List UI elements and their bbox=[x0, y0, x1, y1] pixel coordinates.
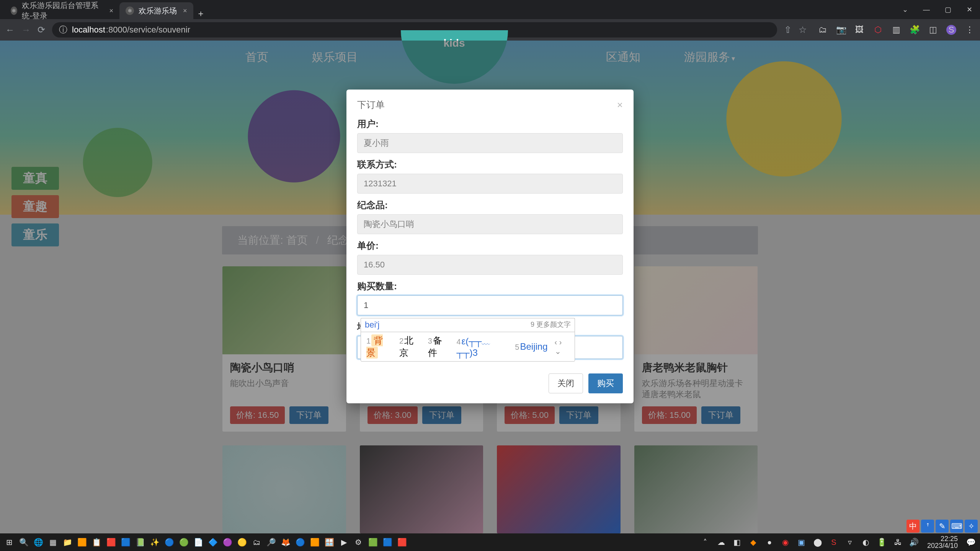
side-panel-icon[interactable]: ◫ bbox=[928, 25, 938, 35]
close-window-button[interactable]: ✕ bbox=[959, 5, 980, 14]
user-field bbox=[357, 133, 623, 153]
site-info-icon[interactable]: ⓘ bbox=[59, 24, 67, 36]
taskbar-app-icon[interactable]: 🟥 bbox=[396, 536, 408, 548]
ime-candidate[interactable]: 2北京 bbox=[399, 334, 421, 359]
taskbar-app-icon[interactable]: ✨ bbox=[149, 536, 161, 548]
ime-mode-icon[interactable]: ꜛ bbox=[921, 520, 934, 533]
taskbar-app-icon[interactable]: 🟥 bbox=[105, 536, 117, 548]
taskbar-app-icon[interactable]: 📋 bbox=[90, 536, 103, 548]
kebab-menu-icon[interactable]: ⋮ bbox=[965, 25, 975, 35]
close-icon[interactable]: × bbox=[617, 99, 623, 111]
maximize-button[interactable]: ▢ bbox=[937, 5, 959, 14]
quantity-input[interactable] bbox=[357, 295, 623, 315]
url-host: localhost bbox=[72, 25, 105, 35]
taskbar-app-icon[interactable]: 🔍 bbox=[18, 536, 30, 548]
tray-icon[interactable]: ◆ bbox=[747, 536, 760, 548]
tray-icon[interactable]: ▿ bbox=[844, 536, 856, 548]
tray-icon[interactable]: ▣ bbox=[795, 536, 808, 548]
taskbar-app-icon[interactable]: 🔵 bbox=[163, 536, 175, 548]
user-label: 用户: bbox=[357, 118, 623, 130]
item-field bbox=[357, 214, 623, 234]
extension-icon[interactable]: 🗂 bbox=[818, 25, 828, 35]
chevron-down-icon[interactable]: ⌄ bbox=[894, 5, 916, 14]
ime-keyboard-icon[interactable]: ⌨ bbox=[950, 520, 963, 533]
browser-titlebar: ⚛ 欢乐游乐园后台管理系统-登录 × ⚛ 欢乐游乐场 × + ⌄ — ▢ ✕ bbox=[0, 0, 980, 19]
ime-indicator[interactable]: 中 ꜛ ✎ ⌨ ✧ bbox=[906, 520, 978, 533]
taskbar-app-icon[interactable]: 🟩 bbox=[367, 536, 379, 548]
taskbar-app-icon[interactable]: 🟧 bbox=[76, 536, 88, 548]
ime-candidate[interactable]: 5Beijing bbox=[515, 341, 547, 352]
extension-icon[interactable]: 📷 bbox=[836, 25, 846, 35]
extension-icon[interactable]: 🖼 bbox=[854, 25, 864, 35]
ime-tool-icon[interactable]: ✧ bbox=[965, 520, 978, 533]
tray-icon[interactable]: 🔋 bbox=[876, 536, 888, 548]
taskbar-app-icon[interactable]: 🟢 bbox=[178, 536, 190, 548]
tray-icon[interactable]: ˄ bbox=[699, 536, 711, 548]
taskbar-app-icon[interactable]: 📄 bbox=[192, 536, 204, 548]
taskbar-app-icon[interactable]: 📗 bbox=[134, 536, 146, 548]
tray-icon[interactable]: ◧ bbox=[731, 536, 743, 548]
taskbar-app-icon[interactable]: 🟦 bbox=[381, 536, 394, 548]
tab-title: 欢乐游乐场 bbox=[139, 6, 177, 16]
reload-button[interactable]: ⟳ bbox=[38, 24, 45, 35]
ime-skin-icon[interactable]: ✎ bbox=[936, 520, 949, 533]
tray-icon[interactable]: ⬤ bbox=[812, 536, 824, 548]
ime-candidates[interactable]: 1背景2北京3备件4ε(┬┬﹏┬┬)35Beijing‹ › ⌄ bbox=[361, 332, 575, 362]
volume-icon[interactable]: 🔊 bbox=[908, 536, 920, 548]
taskbar-app-icon[interactable]: 🗂 bbox=[250, 536, 263, 548]
contact-label: 联系方式: bbox=[357, 158, 623, 171]
tray-icon[interactable]: ◐ bbox=[860, 536, 872, 548]
tab-admin-login[interactable]: ⚛ 欢乐游乐园后台管理系统-登录 × bbox=[5, 2, 119, 19]
windows-taskbar[interactable]: ⊞🔍🌐▦📁🟧📋🟥🟦📗✨🔵🟢📄🔷🟣🟡🗂🔎🦊🔵🟧🪟▶⚙🟩🟦🟥 ˄ ☁ ◧ ◆ ● ◉… bbox=[0, 533, 980, 551]
network-icon[interactable]: 🖧 bbox=[892, 536, 904, 548]
taskbar-app-icon[interactable]: 🪟 bbox=[323, 536, 335, 548]
tray-icon[interactable]: ☁ bbox=[715, 536, 727, 548]
taskbar-app-icon[interactable]: 🦊 bbox=[279, 536, 292, 548]
bookmark-star-icon[interactable]: ☆ bbox=[799, 24, 807, 35]
tray-icon[interactable]: S bbox=[828, 536, 840, 548]
ime-pager[interactable]: ‹ › ⌄ bbox=[555, 338, 569, 356]
buy-button[interactable]: 购买 bbox=[588, 373, 623, 393]
back-button[interactable]: ← bbox=[5, 24, 15, 35]
forward-button[interactable]: → bbox=[21, 24, 31, 35]
extensions-puzzle-icon[interactable]: 🧩 bbox=[910, 25, 920, 35]
ime-composition: bei'j 9 更多颜文字 bbox=[361, 318, 575, 332]
ime-lang-icon[interactable]: 中 bbox=[906, 520, 920, 533]
taskbar-app-icon[interactable]: 📁 bbox=[61, 536, 74, 548]
notifications-icon[interactable]: 💬 bbox=[965, 536, 977, 548]
taskbar-app-icon[interactable]: 🟧 bbox=[309, 536, 321, 548]
item-label: 纪念品: bbox=[357, 199, 623, 211]
taskbar-clock[interactable]: 22:252023/4/10 bbox=[924, 535, 961, 549]
tab-playground[interactable]: ⚛ 欢乐游乐场 × bbox=[119, 2, 193, 19]
taskbar-app-icon[interactable]: 🔷 bbox=[207, 536, 219, 548]
taskbar-app-icon[interactable]: 🟦 bbox=[119, 536, 132, 548]
tray-icon[interactable]: ● bbox=[763, 536, 776, 548]
modal-title: 下订单 bbox=[357, 99, 385, 111]
taskbar-app-icon[interactable]: 🔵 bbox=[294, 536, 306, 548]
extension-icon[interactable]: ▥ bbox=[891, 25, 901, 35]
new-tab-button[interactable]: + bbox=[193, 8, 209, 19]
ime-candidate[interactable]: 1背景 bbox=[366, 334, 392, 359]
close-icon[interactable]: × bbox=[183, 7, 187, 15]
taskbar-app-icon[interactable]: ▶ bbox=[338, 536, 350, 548]
taskbar-app-icon[interactable]: ⚙ bbox=[352, 536, 364, 548]
extension-icon[interactable]: ⬡ bbox=[873, 25, 883, 35]
taskbar-app-icon[interactable]: 🟣 bbox=[221, 536, 234, 548]
share-icon[interactable]: ⇧ bbox=[784, 24, 792, 35]
price-field bbox=[357, 255, 623, 275]
minimize-button[interactable]: — bbox=[916, 6, 937, 14]
ime-more-hint[interactable]: 9 更多颜文字 bbox=[531, 320, 571, 329]
browser-tabs: ⚛ 欢乐游乐园后台管理系统-登录 × ⚛ 欢乐游乐场 × + bbox=[0, 0, 209, 19]
ime-candidate[interactable]: 4ε(┬┬﹏┬┬)3 bbox=[456, 335, 508, 358]
taskbar-app-icon[interactable]: ⊞ bbox=[3, 536, 15, 548]
close-button[interactable]: 关闭 bbox=[549, 373, 583, 393]
price-label: 单价: bbox=[357, 240, 623, 252]
close-icon[interactable]: × bbox=[109, 7, 113, 15]
taskbar-app-icon[interactable]: 🌐 bbox=[32, 536, 44, 548]
taskbar-app-icon[interactable]: 🟡 bbox=[236, 536, 248, 548]
taskbar-app-icon[interactable]: 🔎 bbox=[265, 536, 277, 548]
ime-candidate[interactable]: 3备件 bbox=[428, 334, 450, 359]
taskbar-app-icon[interactable]: ▦ bbox=[47, 536, 59, 548]
tray-icon[interactable]: ◉ bbox=[779, 536, 792, 548]
profile-avatar[interactable]: S bbox=[946, 25, 956, 35]
